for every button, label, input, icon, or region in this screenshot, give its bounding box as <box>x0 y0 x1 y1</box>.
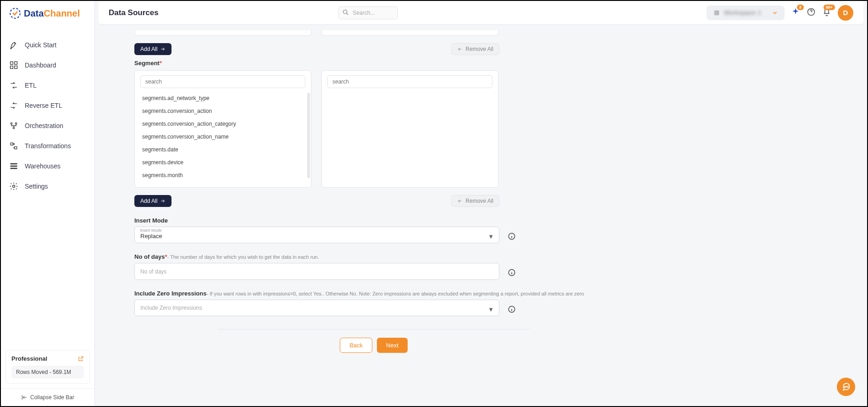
sidebar-item-warehouses[interactable]: Warehouses <box>1 156 94 176</box>
reverse-etl-icon <box>9 101 18 110</box>
external-link-icon[interactable] <box>77 356 84 362</box>
sidebar-item-label: Reverse ETL <box>25 102 62 109</box>
add-all-label: Add All <box>140 46 157 52</box>
info-icon[interactable] <box>508 268 516 278</box>
sidebar-item-etl[interactable]: ETL <box>1 75 94 95</box>
segment-available-list: segments.ad_network_type segments.conver… <box>134 70 311 188</box>
segment-item[interactable]: segments.ad_network_type <box>135 92 311 105</box>
help-button[interactable] <box>807 7 816 18</box>
nav: Quick Start Dashboard ETL Reverse ETL Or… <box>1 26 94 346</box>
warehouses-icon <box>9 162 18 171</box>
chat-fab[interactable] <box>837 378 855 396</box>
gear-icon <box>9 182 18 191</box>
svg-point-6 <box>15 123 17 124</box>
dashboard-icon <box>9 61 18 70</box>
avatar[interactable]: D <box>838 5 853 21</box>
svg-point-7 <box>13 127 14 128</box>
next-button[interactable]: Next <box>377 338 408 353</box>
segment-item[interactable]: segments.conversion_action <box>135 105 311 117</box>
svg-point-16 <box>846 386 847 387</box>
workspace-selector[interactable]: Workspace 1 <box>707 6 785 20</box>
segment-item[interactable]: segments.month <box>135 169 311 182</box>
rocket-icon <box>9 40 18 50</box>
svg-rect-2 <box>15 62 17 65</box>
page-title: Data Sources <box>109 8 159 17</box>
segment-available-search[interactable] <box>140 75 305 88</box>
segment-label: Segment* <box>134 60 640 67</box>
sidebar-item-label: Quick Start <box>25 41 56 49</box>
svg-point-5 <box>11 123 12 124</box>
sidebar-item-label: ETL <box>25 82 37 89</box>
transformations-icon <box>9 141 18 151</box>
topbar: Data Sources Workspace 1 8 <box>99 1 863 25</box>
collapse-sidebar-button[interactable]: Collapse Side Bar <box>1 388 94 406</box>
divider <box>218 329 530 329</box>
arrow-right-icon <box>160 198 166 204</box>
plan-box: Professional Rows Moved - 569.1M <box>6 350 90 384</box>
remove-all-label: Remove All <box>465 198 493 204</box>
svg-point-9 <box>343 10 347 13</box>
search-icon <box>342 9 349 17</box>
logo-text-2: Channel <box>44 8 80 19</box>
chat-icon <box>841 382 851 391</box>
sparkle-button[interactable]: 8 <box>791 7 800 18</box>
remove-all-label: Remove All <box>465 46 493 52</box>
scrollbar[interactable] <box>307 93 310 178</box>
sidebar-item-settings[interactable]: Settings <box>1 176 94 196</box>
sidebar-item-quick-start[interactable]: Quick Start <box>1 35 94 55</box>
segment-item[interactable]: segments.date <box>135 143 311 156</box>
arrow-left-icon <box>457 198 463 204</box>
sidebar-item-orchestration[interactable]: Orchestration <box>1 116 94 136</box>
no-of-days-input[interactable] <box>134 263 499 280</box>
sparkle-badge: 8 <box>797 5 804 10</box>
collapse-label: Collapse Side Bar <box>30 394 74 401</box>
svg-point-17 <box>847 386 848 387</box>
insert-mode-float-label: Insert Mode <box>140 228 162 233</box>
svg-rect-3 <box>11 66 13 69</box>
info-icon[interactable] <box>508 232 516 242</box>
svg-rect-1 <box>11 62 13 65</box>
plan-rows-moved: Rows Moved - 569.1M <box>11 366 84 379</box>
segment-selected-list <box>321 70 498 188</box>
insert-mode-label: Insert Mode <box>134 217 640 224</box>
remove-all-button[interactable]: Remove All <box>451 43 499 55</box>
logo-icon <box>9 7 21 19</box>
sidebar-item-label: Settings <box>25 183 48 190</box>
add-all-button[interactable]: Add All <box>134 43 171 55</box>
logo-text-1: Data <box>24 8 44 19</box>
orchestration-icon <box>9 121 18 130</box>
segment-item[interactable]: segments.device <box>135 156 311 169</box>
no-of-days-label: No of days*- The number of days for whic… <box>134 253 640 260</box>
sidebar-item-label: Dashboard <box>25 61 56 69</box>
svg-rect-10 <box>714 10 719 15</box>
sidebar-item-label: Transformations <box>25 142 71 150</box>
sidebar-item-transformations[interactable]: Transformations <box>1 136 94 156</box>
add-all-button-2[interactable]: Add All <box>134 195 171 207</box>
plan-name: Professional <box>11 355 47 362</box>
help-icon <box>807 7 816 17</box>
sidebar: DataChannel Quick Start Dashboard ETL Re… <box>1 1 95 406</box>
svg-rect-4 <box>15 66 17 69</box>
sidebar-item-dashboard[interactable]: Dashboard <box>1 55 94 75</box>
back-button[interactable]: Back <box>340 338 372 353</box>
insert-mode-select[interactable]: Replace <box>134 227 499 243</box>
arrow-left-icon <box>457 46 463 52</box>
info-icon[interactable] <box>508 305 516 315</box>
sidebar-item-label: Warehouses <box>25 162 61 170</box>
segment-item[interactable]: segments.quarter <box>135 182 311 183</box>
segment-item[interactable]: segments.conversion_action_category <box>135 117 311 130</box>
arrow-right-icon <box>160 46 166 52</box>
sidebar-item-reverse-etl[interactable]: Reverse ETL <box>1 95 94 116</box>
collapse-icon <box>21 394 28 401</box>
zero-impressions-select[interactable]: Include Zero Impressions <box>134 300 499 316</box>
bell-badge: 99+ <box>824 5 835 10</box>
remove-all-button-2[interactable]: Remove All <box>451 195 499 207</box>
notifications-button[interactable]: 99+ <box>822 7 831 18</box>
zero-impressions-label: Include Zero Impressions- If you want ro… <box>134 290 640 297</box>
svg-point-15 <box>845 386 846 387</box>
logo: DataChannel <box>1 1 94 26</box>
prev-list-left-bottom <box>134 30 311 36</box>
segment-item[interactable]: segments.conversion_action_name <box>135 130 311 143</box>
workspace-icon <box>713 9 720 17</box>
segment-selected-search[interactable] <box>327 75 492 88</box>
